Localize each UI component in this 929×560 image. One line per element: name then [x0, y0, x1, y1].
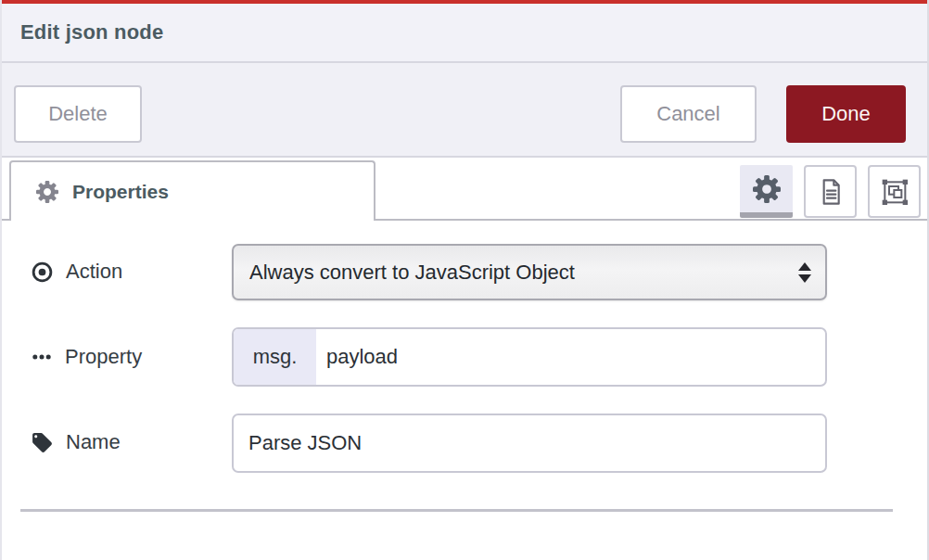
delete-button[interactable]: Delete [14, 85, 142, 143]
property-field-label: Property [31, 344, 142, 370]
node-description-button[interactable] [804, 165, 857, 218]
dot-circle-icon [31, 261, 54, 284]
name-label-text: Name [66, 430, 121, 454]
gear-icon [753, 175, 781, 203]
property-typed-input: msg. [232, 327, 827, 387]
action-field-label: Action [31, 259, 122, 285]
msg-prefix-button[interactable]: msg. [234, 329, 316, 385]
name-field-label: Name [31, 429, 121, 455]
done-button[interactable]: Done [786, 85, 906, 143]
name-input-wrap [232, 414, 827, 473]
editor-tab-row: Properties [2, 158, 927, 221]
action-label-text: Action [66, 260, 122, 284]
dialog-title: Edit json node [20, 20, 163, 45]
node-properties-button[interactable] [740, 165, 793, 218]
section-divider [20, 509, 893, 512]
property-input[interactable] [316, 329, 825, 385]
select-arrows-icon [798, 262, 811, 283]
edit-json-node-dialog: Edit json node Delete Cancel Done [0, 0, 929, 560]
tab-properties[interactable]: Properties [9, 160, 375, 221]
tab-properties-label: Properties [72, 181, 169, 203]
editor-icon-toolbar [740, 165, 921, 218]
gear-icon [36, 181, 58, 203]
action-select-value: Always convert to JavaScript Object [234, 261, 798, 285]
node-appearance-button[interactable] [868, 165, 921, 218]
cancel-button[interactable]: Cancel [620, 85, 757, 143]
name-input[interactable] [234, 415, 825, 471]
property-label-text: Property [65, 345, 142, 369]
ellipsis-icon [31, 346, 53, 368]
group-selection-icon [880, 177, 910, 207]
dialog-header: Edit json node [2, 4, 927, 63]
dialog-button-row: Delete Cancel Done [2, 63, 927, 158]
tag-icon [31, 431, 54, 454]
document-icon [816, 177, 846, 207]
action-select[interactable]: Always convert to JavaScript Object [232, 244, 827, 300]
